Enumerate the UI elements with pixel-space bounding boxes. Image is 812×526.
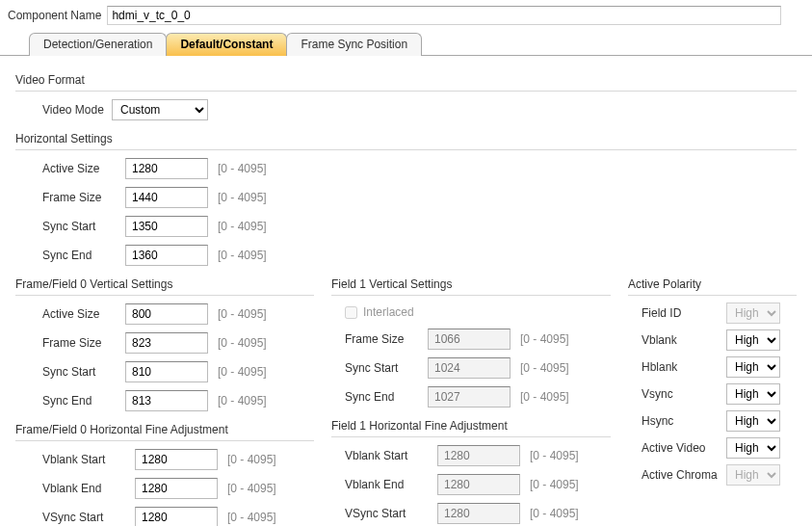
polarity-active-chroma-select: High [726, 464, 780, 486]
range-hint: [0 - 4095] [227, 453, 276, 466]
field0-horizontal-fine-title: Frame/Field 0 Horizontal Fine Adjustment [15, 423, 314, 441]
range-hint: [0 - 4095] [530, 449, 579, 462]
range-hint: [0 - 4095] [520, 361, 569, 375]
f0v-sync-start-input[interactable] [125, 361, 208, 382]
range-hint: [0 - 4095] [218, 191, 267, 204]
range-hint: [0 - 4095] [530, 507, 579, 520]
polarity-field-id-label: Field ID [642, 306, 726, 320]
tab-default-constant[interactable]: Default/Constant [166, 33, 287, 56]
range-hint: [0 - 4095] [218, 307, 267, 321]
field1-horizontal-fine-title: Field 1 Horizontal Fine Adjustment [331, 419, 611, 437]
active-polarity-title: Active Polarity [628, 277, 797, 296]
video-format-title: Video Format [15, 73, 797, 92]
polarity-field-id-select: High [726, 302, 780, 324]
f1h-vsync-start-label: VSync Start [345, 507, 437, 520]
h-sync-end-input[interactable] [125, 245, 208, 266]
f1h-vblank-start-label: Vblank Start [345, 449, 437, 462]
tab-detection-generation[interactable]: Detection/Generation [29, 33, 167, 56]
field0-horizontal-fine-section: Frame/Field 0 Horizontal Fine Adjustment… [15, 423, 314, 526]
field0-vertical-title: Frame/Field 0 Vertical Settings [15, 277, 314, 296]
h-sync-end-label: Sync End [42, 249, 125, 262]
polarity-hblank-select[interactable]: High [726, 356, 780, 378]
h-frame-size-input[interactable] [125, 187, 208, 208]
range-hint: [0 - 4095] [520, 332, 569, 346]
field1-vertical-section: Field 1 Vertical Settings Interlaced Fra… [331, 277, 611, 411]
f1v-sync-end-label: Sync End [345, 390, 428, 404]
component-name-label: Component Name [8, 9, 101, 22]
range-hint: [0 - 4095] [218, 162, 267, 175]
tab-frame-sync-position[interactable]: Frame Sync Position [286, 33, 422, 56]
field1-vertical-title: Field 1 Vertical Settings [331, 277, 611, 296]
field1-horizontal-fine-section: Field 1 Horizontal Fine Adjustment Vblan… [331, 419, 611, 526]
f0h-vblank-end-input[interactable] [135, 478, 218, 499]
f0h-vblank-start-label: Vblank Start [42, 453, 135, 466]
f1h-vblank-start-input [437, 445, 520, 466]
h-sync-start-input[interactable] [125, 216, 208, 237]
f0h-vsync-start-input[interactable] [135, 507, 218, 526]
f0v-active-size-input[interactable] [125, 303, 208, 325]
f0v-active-size-label: Active Size [42, 307, 125, 321]
f1v-sync-start-input [428, 357, 511, 379]
polarity-active-chroma-label: Active Chroma [642, 468, 726, 482]
polarity-vblank-label: Vblank [642, 333, 726, 347]
video-mode-select[interactable]: Custom [112, 99, 208, 120]
f0v-frame-size-input[interactable] [125, 332, 208, 354]
video-format-section: Video Format Video Mode Custom [15, 73, 797, 124]
f0h-vblank-end-label: Vblank End [42, 482, 135, 495]
h-active-size-input[interactable] [125, 158, 208, 179]
tab-bar: Detection/Generation Default/Constant Fr… [29, 33, 812, 56]
polarity-vsync-label: Vsync [642, 387, 726, 401]
field0-vertical-section: Frame/Field 0 Vertical Settings Active S… [15, 277, 314, 415]
polarity-active-video-select[interactable]: High [726, 437, 780, 459]
polarity-vsync-select[interactable]: High [726, 383, 780, 405]
h-frame-size-label: Frame Size [42, 191, 125, 204]
component-name-input[interactable] [107, 6, 781, 25]
range-hint: [0 - 4095] [227, 482, 276, 495]
polarity-hsync-select[interactable]: High [726, 410, 780, 432]
f1h-vblank-end-input [437, 474, 520, 495]
f1v-frame-size-label: Frame Size [345, 332, 428, 346]
f0v-sync-start-label: Sync Start [42, 365, 125, 379]
polarity-hsync-label: Hsync [642, 414, 726, 428]
f1v-frame-size-input [428, 329, 511, 350]
range-hint: [0 - 4095] [218, 365, 267, 379]
h-sync-start-label: Sync Start [42, 220, 125, 233]
interlaced-label: Interlaced [363, 305, 414, 319]
f0h-vblank-start-input[interactable] [135, 449, 218, 470]
active-polarity-section: Active Polarity Field ID High Vblank Hig… [628, 277, 797, 488]
polarity-active-video-label: Active Video [642, 441, 726, 455]
f0v-sync-end-label: Sync End [42, 394, 125, 408]
video-mode-label: Video Mode [42, 103, 112, 117]
interlaced-checkbox [345, 306, 357, 319]
polarity-hblank-label: Hblank [642, 360, 726, 374]
h-active-size-label: Active Size [42, 162, 125, 175]
range-hint: [0 - 4095] [218, 249, 267, 262]
range-hint: [0 - 4095] [227, 511, 276, 524]
range-hint: [0 - 4095] [218, 394, 267, 408]
f0v-frame-size-label: Frame Size [42, 336, 125, 350]
f1v-sync-start-label: Sync Start [345, 361, 428, 375]
f1h-vsync-start-input [437, 503, 520, 524]
horizontal-settings-title: Horizontal Settings [15, 132, 797, 150]
f0v-sync-end-input[interactable] [125, 390, 208, 411]
polarity-vblank-select[interactable]: High [726, 329, 780, 351]
horizontal-settings-section: Horizontal Settings Active Size [0 - 409… [15, 132, 797, 270]
range-hint: [0 - 4095] [530, 478, 579, 491]
f0h-vsync-start-label: VSync Start [42, 511, 135, 524]
range-hint: [0 - 4095] [218, 220, 267, 233]
f1h-vblank-end-label: Vblank End [345, 478, 437, 491]
f1v-sync-end-input [428, 386, 511, 408]
range-hint: [0 - 4095] [218, 336, 267, 350]
range-hint: [0 - 4095] [520, 390, 569, 404]
